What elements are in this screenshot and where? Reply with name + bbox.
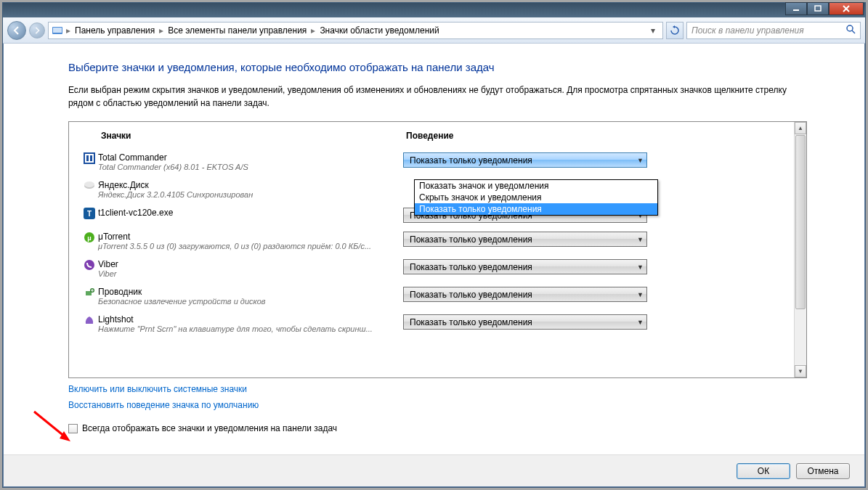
item-name: t1client-vc120e.exe [98,208,396,218]
ok-button[interactable]: ОК [737,463,790,479]
svg-rect-5 [53,28,62,33]
item-name: Яндекс.Диск [98,180,396,190]
app-icon-yandexdisk [81,180,98,192]
chevron-down-icon: ▼ [637,291,644,298]
list-item: Lightshot Нажмите "Prnt Scrn" на клавиат… [81,310,789,338]
maximize-button[interactable] [807,2,829,15]
list-item: Total Commander Total Commander (x64) 8.… [81,148,789,176]
cancel-button[interactable]: Отмена [796,463,850,479]
chevron-down-icon: ▼ [637,236,644,243]
icons-list: Значки Поведение Total Commander Total C… [68,121,807,378]
app-icon-t1client: T [81,208,98,219]
minimize-button[interactable] [785,2,807,15]
combo-value: Показать только уведомления [410,262,532,272]
item-subtitle: Total Commander (x64) 8.01 - EKTOS A/S [98,163,396,171]
always-show-checkbox-row[interactable]: Всегда отображать все значки и уведомлен… [68,423,807,433]
combo-value: Показать только уведомления [410,290,532,300]
dropdown-option-selected[interactable]: Показать только уведомления [415,203,657,215]
footer: ОК Отмена [4,454,864,486]
app-icon-lightshot [81,314,98,326]
breadcrumb-seg[interactable]: Панель управления [70,25,159,36]
app-icon-viber [81,259,98,271]
behavior-select[interactable]: Показать только уведомления ▼ [403,259,647,274]
link-system-icons[interactable]: Включить или выключить системные значки [68,384,807,394]
behavior-select[interactable]: Показать только уведомления ▼ [403,152,647,168]
page-description: Если выбран режим скрытия значков и увед… [68,83,807,110]
scroll-up-button[interactable]: ▲ [795,122,806,134]
column-header-icons: Значки [101,131,406,141]
control-panel-window: ▸ Панель управления ▸ Все элементы панел… [2,2,866,488]
checkbox[interactable] [68,424,78,433]
list-item: Проводник Безопасное извлечение устройст… [81,282,789,310]
item-subtitle: Нажмите "Prnt Scrn" на клавиатуре для то… [98,324,396,333]
search-input[interactable]: Поиск в панели управления [686,22,861,39]
address-bar[interactable]: ▸ Панель управления ▸ Все элементы панел… [48,22,663,39]
combo-value: Показать только уведомления [410,155,532,166]
item-name: Проводник [98,287,396,297]
app-icon-totalcommander [81,152,98,164]
back-button[interactable] [7,21,26,40]
chevron-down-icon: ▼ [637,157,644,164]
item-name: Viber [98,259,396,269]
dropdown-option[interactable]: Показать значок и уведомления [415,180,657,192]
behavior-select[interactable]: Показать только уведомления ▼ [403,232,647,247]
close-button[interactable] [829,2,864,15]
titlebar[interactable] [3,3,865,17]
scroll-thumb[interactable] [795,135,806,309]
content-area: Выберите значки и уведомления, которые н… [10,46,858,451]
behavior-dropdown[interactable]: Показать значок и уведомления Скрыть зна… [414,179,658,216]
svg-rect-11 [90,155,92,161]
navbar: ▸ Панель управления ▸ Все элементы панел… [3,17,865,44]
link-restore-defaults[interactable]: Восстановить поведение значка по умолчан… [68,400,807,410]
refresh-button[interactable] [666,22,684,39]
item-name: Total Commander [98,152,396,163]
checkbox-label: Всегда отображать все значки и уведомлен… [82,423,337,433]
item-subtitle: Viber [98,269,396,278]
scrollbar[interactable]: ▲ ▼ [794,122,806,377]
svg-rect-10 [86,155,89,161]
item-name: Lightshot [98,314,396,324]
forward-button[interactable] [29,23,45,38]
svg-line-7 [852,30,855,33]
app-icon-utorrent: μ [81,232,98,243]
scroll-down-button[interactable]: ▼ [795,365,806,377]
column-header-behavior: Поведение [406,131,453,141]
svg-rect-9 [85,154,94,163]
page-title: Выберите значки и уведомления, которые н… [68,61,807,73]
combo-value: Показать только уведомления [410,317,532,327]
item-name: μTorrent [98,232,396,242]
item-subtitle: Безопасное извлечение устройств и дисков [98,297,396,306]
dropdown-option[interactable]: Скрыть значок и уведомления [415,192,657,203]
item-subtitle: μTorrent 3.5.5 0 из (0) загружаются, 0 и… [98,242,396,250]
list-item: Viber Viber Показать только уведомления … [81,255,789,282]
search-placeholder: Поиск в панели управления [691,25,804,36]
app-icon-explorer [81,287,98,298]
combo-value: Показать только уведомления [410,234,532,245]
svg-point-18 [84,260,94,270]
chevron-down-icon: ▼ [637,319,644,326]
svg-rect-1 [815,6,821,11]
svg-point-6 [847,25,853,31]
list-item: μ μTorrent μTorrent 3.5.5 0 из (0) загру… [81,227,789,255]
search-icon [845,24,856,36]
item-subtitle: Яндекс.Диск 3.2.0.4105 Синхронизирован [98,190,396,199]
behavior-select[interactable]: Показать только уведомления ▼ [403,314,647,330]
svg-text:T: T [87,210,92,218]
breadcrumb-seg[interactable]: Значки области уведомлений [315,25,443,36]
svg-text:μ: μ [87,234,92,242]
chevron-down-icon: ▼ [637,264,644,271]
behavior-select[interactable]: Показать только уведомления ▼ [403,287,647,302]
control-panel-icon [52,25,63,36]
breadcrumb-seg[interactable]: Все элементы панели управления [163,25,311,36]
svg-point-13 [84,181,94,187]
address-dropdown[interactable]: ▾ [646,25,660,36]
